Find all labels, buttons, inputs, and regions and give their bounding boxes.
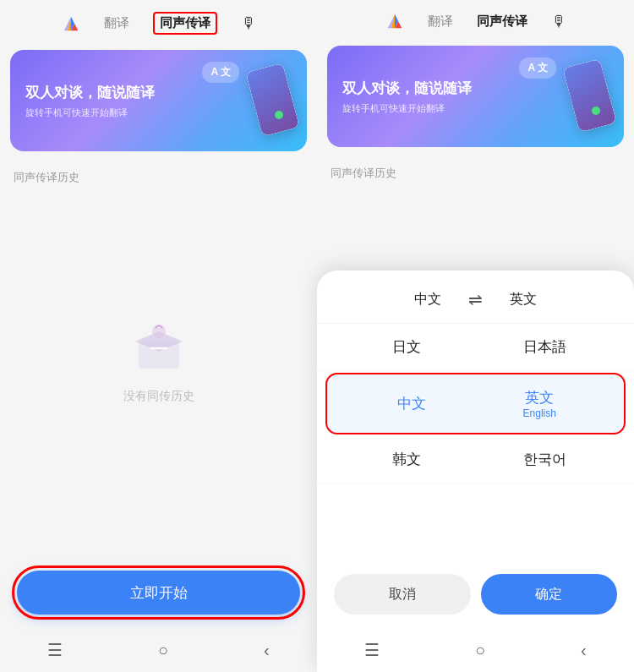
right-banner-badge-text: A 文 — [527, 61, 548, 75]
lang-actions: 取消 确定 — [317, 562, 634, 631]
left-empty-state: 没有同传历史 — [0, 192, 317, 557]
right-phone-screen — [563, 59, 617, 133]
left-bottom-nav: ☰ ○ ‹ — [0, 631, 317, 672]
right-nav-mic-icon[interactable]: 🎙 — [551, 13, 566, 30]
right-bottom-home-icon[interactable]: ○ — [475, 641, 485, 660]
right-banner-badge: A 文 — [519, 57, 556, 79]
left-banner-text: 双人对谈，随说随译 旋转手机可快速开始翻译 — [25, 83, 155, 119]
right-banner-text: 双人对谈，随说随译 旋转手机可快速开始翻译 — [342, 79, 472, 115]
left-phone-dot — [275, 111, 283, 119]
right-bottom-back-icon[interactable]: ‹ — [581, 641, 587, 660]
right-nav-simultaneous[interactable]: 同声传译 — [477, 14, 527, 30]
left-history-label: 同声传译历史 — [0, 158, 317, 192]
left-banner-phone-illustration — [232, 67, 292, 134]
lang-chinese-name: 中文 — [378, 394, 445, 413]
left-phone-body — [246, 63, 300, 137]
right-panel: 翻译 同声传译 🎙 双人对谈，随说随译 旋转手机可快速开始翻译 A 文 同声传译… — [317, 0, 634, 672]
lang-header-source: 中文 — [414, 291, 441, 309]
lang-korean-left-name: 韩文 — [373, 450, 440, 469]
left-start-btn-area: 立即开始 — [0, 557, 317, 631]
lang-selector-overlay: 中文 ⇌ 英文 日文 日本語 中文 英文 English — [317, 270, 634, 672]
lang-english-name: 英文 — [506, 388, 573, 407]
lang-japanese-left-name: 日文 — [373, 337, 440, 357]
left-banner-badge: A 文 — [202, 62, 239, 83]
right-banner-phone-illustration — [549, 63, 609, 130]
lang-row-japanese[interactable]: 日文 日本語 — [317, 324, 634, 371]
right-banner: 双人对谈，随说随译 旋转手机可快速开始翻译 A 文 — [327, 46, 624, 147]
right-top-nav: 翻译 同声传译 🎙 — [317, 0, 634, 39]
right-phone-body — [563, 59, 617, 133]
start-button[interactable]: 立即开始 — [17, 571, 300, 615]
left-banner-title: 双人对谈，随说随译 — [25, 83, 155, 102]
left-banner-subtitle: 旋转手机可快速开始翻译 — [25, 107, 155, 119]
right-history-label: 同声传译历史 — [317, 154, 634, 188]
confirm-button[interactable]: 确定 — [481, 574, 618, 615]
left-bottom-home-icon[interactable]: ○ — [158, 641, 168, 660]
svg-point-7 — [152, 325, 166, 338]
left-banner-badge-text: A 文 — [210, 65, 231, 79]
lang-cell-korean-left: 韩文 — [373, 450, 440, 469]
lang-cell-japanese-left: 日文 — [373, 337, 440, 357]
lang-header: 中文 ⇌ 英文 — [317, 270, 634, 324]
lang-english-subname: English — [523, 407, 556, 419]
cancel-button[interactable]: 取消 — [334, 574, 471, 615]
lang-cell-english: 英文 English — [506, 388, 573, 419]
left-panel: 翻译 同声传译 🎙 双人对谈，随说随译 旋转手机可快速开始翻译 A 文 同声传译… — [0, 0, 317, 672]
left-bottom-menu-icon[interactable]: ☰ — [47, 640, 63, 660]
lang-cell-chinese: 中文 — [378, 394, 445, 413]
right-nav-translate[interactable]: 翻译 — [428, 14, 453, 30]
left-nav-simultaneous[interactable]: 同声传译 — [153, 12, 217, 35]
lang-row-chinese-english[interactable]: 中文 英文 English — [327, 374, 624, 433]
right-phone-dot — [592, 107, 600, 115]
left-nav-mic-icon[interactable]: 🎙 — [241, 14, 256, 32]
left-bottom-back-icon[interactable]: ‹ — [264, 641, 270, 660]
right-banner-subtitle: 旋转手机可快速开始翻译 — [342, 102, 472, 115]
lang-cell-japanese-right: 日本語 — [511, 337, 578, 357]
right-bottom-menu-icon[interactable]: ☰ — [364, 640, 380, 660]
lang-korean-right-name: 한국어 — [511, 450, 578, 469]
left-nav-translate[interactable]: 翻译 — [104, 15, 129, 31]
left-logo-icon — [62, 14, 80, 33]
lang-japanese-right-name: 日本語 — [511, 337, 578, 357]
left-empty-box-icon — [125, 311, 193, 379]
left-banner: 双人对谈，随说随译 旋转手机可快速开始翻译 A 文 — [10, 50, 307, 151]
right-logo-icon — [385, 12, 404, 30]
left-top-nav: 翻译 同声传译 🎙 — [0, 0, 317, 43]
left-empty-text: 没有同传历史 — [123, 389, 194, 404]
lang-header-target: 英文 — [510, 291, 537, 309]
lang-row-korean[interactable]: 韩文 한국어 — [317, 436, 634, 484]
right-banner-title: 双人对谈，随说随译 — [342, 79, 472, 98]
left-phone-screen — [246, 63, 300, 137]
lang-swap-icon[interactable]: ⇌ — [468, 289, 483, 309]
lang-cell-korean-right: 한국어 — [511, 450, 578, 469]
right-bottom-nav: ☰ ○ ‹ — [317, 631, 634, 672]
